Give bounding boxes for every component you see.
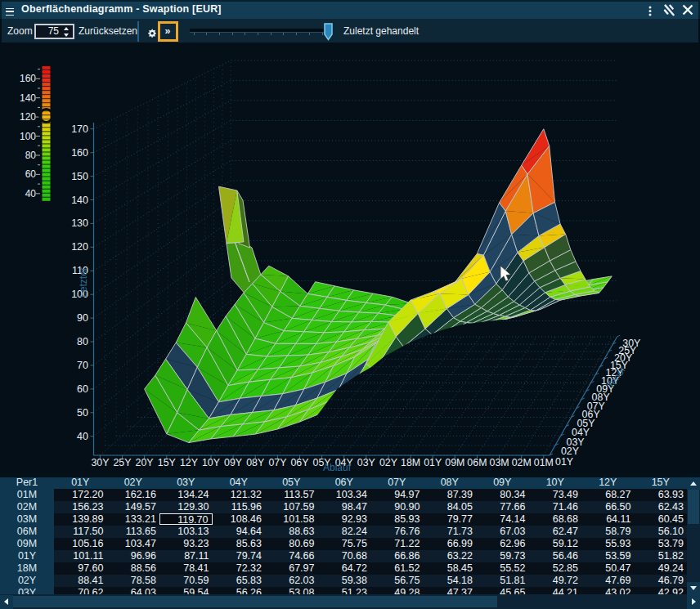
svg-text:01Y: 01Y	[424, 457, 442, 468]
svg-text:30Y: 30Y	[622, 338, 640, 349]
svg-text:20Y: 20Y	[136, 457, 154, 468]
svg-text:07Y: 07Y	[268, 457, 286, 468]
svg-text:02M: 02M	[512, 457, 532, 468]
svg-text:160: 160	[20, 73, 36, 84]
svg-text:09M: 09M	[445, 457, 464, 468]
svg-text:06Y: 06Y	[290, 457, 308, 468]
svg-text:01M: 01M	[534, 457, 554, 468]
svg-text:08Y: 08Y	[246, 457, 264, 468]
svg-text:130: 130	[71, 217, 88, 229]
svg-text:70: 70	[77, 360, 88, 371]
svg-text:10Y: 10Y	[202, 457, 220, 468]
svg-text:18M: 18M	[401, 457, 420, 468]
svg-text:80: 80	[25, 150, 37, 161]
svg-text:06M: 06M	[467, 457, 487, 468]
svg-text:12Y: 12Y	[180, 457, 198, 468]
svg-text:60: 60	[25, 168, 37, 180]
svg-text:15Y: 15Y	[158, 457, 176, 468]
svg-text:160: 160	[71, 147, 88, 159]
svg-text:30Y: 30Y	[91, 457, 109, 468]
svg-text:25Y: 25Y	[113, 457, 131, 468]
svg-text:100: 100	[20, 131, 36, 142]
svg-text:40: 40	[77, 431, 88, 442]
svg-text:Ablauf: Ablauf	[323, 462, 352, 473]
svg-text:03Y: 03Y	[357, 457, 375, 468]
svg-text:150: 150	[71, 171, 88, 182]
svg-text:01Y: 01Y	[555, 456, 573, 468]
svg-text:50: 50	[77, 407, 88, 419]
svg-text:Letzter: Letzter	[78, 267, 89, 298]
svg-text:09Y: 09Y	[224, 457, 242, 468]
svg-text:02Y: 02Y	[379, 457, 397, 468]
svg-text:40: 40	[25, 188, 37, 199]
svg-text:140: 140	[20, 92, 36, 104]
svg-text:120: 120	[71, 241, 88, 253]
svg-text:170: 170	[71, 123, 88, 135]
svg-text:60: 60	[77, 383, 88, 395]
svg-text:120: 120	[20, 111, 36, 123]
svg-text:03M: 03M	[490, 457, 509, 468]
svg-text:90: 90	[77, 312, 88, 324]
svg-text:140: 140	[71, 195, 88, 206]
svg-text:80: 80	[77, 336, 88, 347]
